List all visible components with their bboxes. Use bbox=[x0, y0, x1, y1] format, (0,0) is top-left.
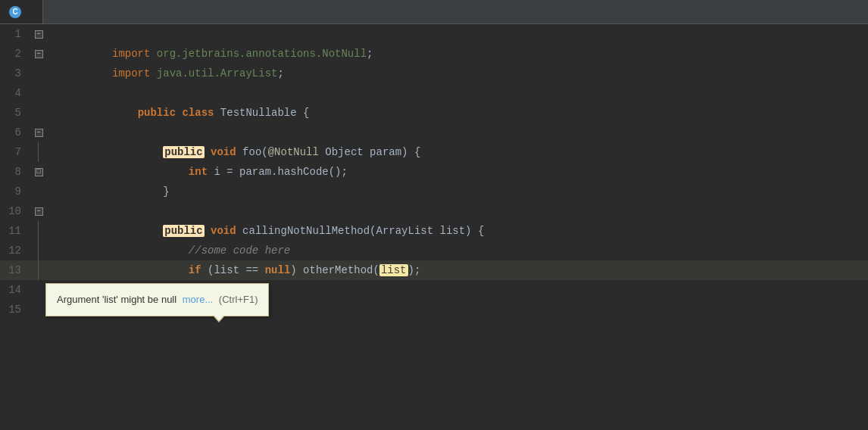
code-13: foo(list); bbox=[47, 260, 868, 280]
line-14: 14 Argument 'list' might be null more...… bbox=[0, 280, 868, 300]
code-4: public class TestNullable { bbox=[47, 83, 868, 103]
line-number-1: 1 bbox=[0, 28, 30, 40]
code-14: Argument 'list' might be null more... (C… bbox=[47, 280, 868, 300]
gutter-1[interactable]: − bbox=[30, 24, 47, 44]
tooltip-shortcut: (Ctrl+F1) bbox=[216, 290, 258, 310]
line-13: 13 foo(list); bbox=[0, 260, 868, 280]
file-type-icon: C bbox=[9, 6, 21, 18]
fold-icon-1[interactable]: − bbox=[35, 30, 43, 39]
line-11: 11 //some code here bbox=[0, 221, 868, 241]
tab-bar: C bbox=[0, 0, 868, 24]
fold-icon-8[interactable]: □ bbox=[35, 168, 43, 176]
code-12: if (list == null) otherMethod(list); bbox=[47, 241, 868, 260]
gutter-15 bbox=[30, 300, 47, 319]
line-number-10: 10 bbox=[0, 205, 30, 217]
line-number-14: 14 bbox=[0, 284, 30, 296]
line-number-12: 12 bbox=[0, 245, 30, 257]
code-6: public void foo(@NotNull Object param) { bbox=[47, 123, 868, 142]
gutter-9 bbox=[30, 182, 47, 201]
tooltip-text: Argument 'list' might be null bbox=[57, 290, 180, 310]
line-12: 12 if (list == null) otherMethod(list); bbox=[0, 241, 868, 260]
gutter-10[interactable]: − bbox=[30, 201, 47, 221]
line-7: 7 int i = param.hashCode(); bbox=[0, 142, 868, 162]
code-2: import java.util.ArrayList; bbox=[47, 44, 868, 64]
gutter-12 bbox=[30, 241, 47, 260]
code-10: public void callingNotNullMethod(ArrayLi… bbox=[47, 201, 868, 221]
line-9: 9 bbox=[0, 182, 868, 201]
line-6: 6 − public void foo(@NotNull Object para… bbox=[0, 123, 868, 142]
line-number-11: 11 bbox=[0, 225, 30, 237]
line-1: 1 − import org.jetbrains.annotations.Not… bbox=[0, 24, 868, 44]
gutter-3 bbox=[30, 64, 47, 83]
line-number-15: 15 bbox=[0, 304, 30, 316]
fold-icon-10[interactable]: − bbox=[35, 207, 43, 216]
tooltip: Argument 'list' might be null more... (C… bbox=[45, 283, 269, 316]
line-2: 2 − import java.util.ArrayList; bbox=[0, 44, 868, 64]
code-9 bbox=[47, 182, 868, 201]
code-lines: 1 − import org.jetbrains.annotations.Not… bbox=[0, 24, 868, 430]
gutter-6[interactable]: − bbox=[30, 123, 47, 142]
line-number-5: 5 bbox=[0, 107, 30, 119]
gutter-11 bbox=[30, 221, 47, 241]
code-1: import org.jetbrains.annotations.NotNull… bbox=[47, 24, 868, 44]
line-5: 5 bbox=[0, 103, 868, 123]
code-5 bbox=[47, 103, 868, 123]
gutter-8[interactable]: □ bbox=[30, 162, 47, 182]
line-10: 10 − public void callingNotNullMethod(Ar… bbox=[0, 201, 868, 221]
line-4: 4 public class TestNullable { bbox=[0, 83, 868, 103]
gutter-5 bbox=[30, 103, 47, 123]
editor-window: C 1 − import org.jetbrains.annotations.N… bbox=[0, 0, 868, 430]
tooltip-more-link[interactable]: more... bbox=[183, 290, 213, 310]
line-number-2: 2 bbox=[0, 48, 30, 60]
line-3: 3 bbox=[0, 64, 868, 83]
line-number-13: 13 bbox=[0, 264, 30, 276]
code-7: int i = param.hashCode(); bbox=[47, 142, 868, 162]
line-number-6: 6 bbox=[0, 126, 30, 139]
gutter-14 bbox=[30, 280, 47, 300]
line-number-4: 4 bbox=[0, 87, 30, 99]
line-8: 8 □ } bbox=[0, 162, 868, 182]
line-number-3: 3 bbox=[0, 67, 30, 79]
fold-icon-2[interactable]: − bbox=[35, 50, 43, 58]
code-8: } bbox=[47, 162, 868, 182]
line-number-9: 9 bbox=[0, 185, 30, 198]
line-number-8: 8 bbox=[0, 166, 30, 178]
code-11: //some code here bbox=[47, 221, 868, 241]
code-3 bbox=[47, 64, 868, 83]
gutter-2[interactable]: − bbox=[30, 44, 47, 64]
active-tab[interactable]: C bbox=[0, 0, 43, 23]
tooltip-arrow-inner bbox=[214, 315, 224, 321]
gutter-4 bbox=[30, 83, 47, 103]
fold-icon-6[interactable]: − bbox=[35, 129, 43, 137]
gutter-7 bbox=[30, 142, 47, 162]
gutter-13 bbox=[30, 260, 47, 280]
code-area: 1 − import org.jetbrains.annotations.Not… bbox=[0, 24, 868, 430]
line-number-7: 7 bbox=[0, 146, 30, 158]
